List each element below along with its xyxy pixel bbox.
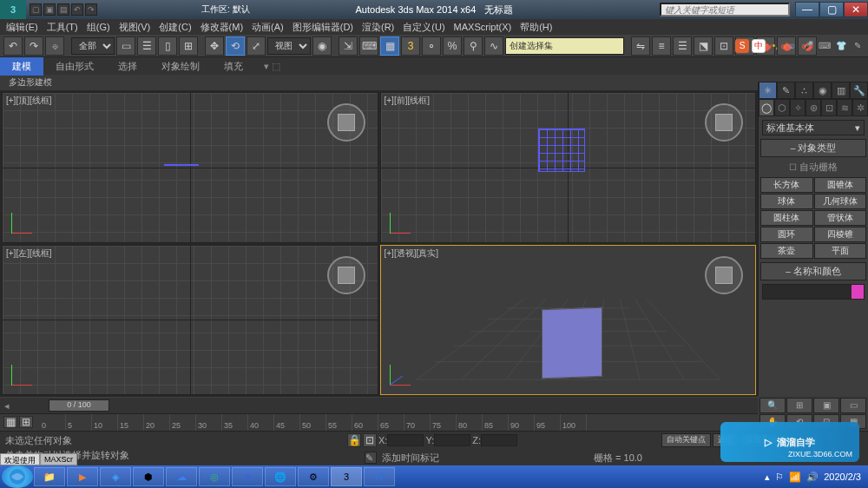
app-logo[interactable]: 3 bbox=[0, 0, 26, 19]
autokey-button[interactable]: 自动关键点 bbox=[661, 433, 711, 447]
teapot-button[interactable]: 茶壶 bbox=[760, 243, 813, 259]
trackbar-curves-icon[interactable]: ⊞ bbox=[19, 416, 33, 428]
menu-modifiers[interactable]: 修改器(M) bbox=[196, 21, 248, 34]
viewcube-perspective[interactable] bbox=[705, 256, 743, 294]
select-name-icon[interactable]: ☰ bbox=[137, 36, 156, 56]
ref-coord-system[interactable]: 视图 bbox=[267, 37, 311, 55]
hierarchy-tab-icon[interactable]: ⛬ bbox=[795, 82, 813, 99]
zoom-extents-icon[interactable]: ▣ bbox=[813, 398, 839, 413]
frame-tick[interactable]: 20 bbox=[144, 414, 170, 432]
frame-tick[interactable]: 85 bbox=[483, 414, 509, 432]
systems-category-icon[interactable]: ✲ bbox=[852, 99, 868, 116]
tray-expand-icon[interactable]: ▴ bbox=[765, 472, 770, 483]
welcome-tab[interactable]: 欢迎使用 bbox=[0, 453, 40, 465]
plane-object[interactable] bbox=[542, 307, 602, 378]
frame-tick[interactable]: 30 bbox=[196, 414, 222, 432]
track-bar[interactable]: ▦ ⊞ 051015202530354045505560657075808590… bbox=[0, 413, 758, 431]
viewport-front[interactable]: [+][前][线框] bbox=[380, 92, 757, 243]
rollout-object-type[interactable]: – 对象类型 bbox=[760, 139, 866, 157]
ime-skin-icon[interactable]: 👕 bbox=[834, 39, 848, 53]
menu-create[interactable]: 创建(C) bbox=[155, 21, 195, 34]
viewport-perspective[interactable]: [+][透视][真实] bbox=[380, 245, 757, 396]
tab-freeform[interactable]: 自由形式 bbox=[43, 57, 106, 76]
cameras-category-icon[interactable]: ⊛ bbox=[806, 99, 821, 116]
object-color-swatch[interactable] bbox=[852, 285, 864, 299]
ime-cn-icon[interactable]: 中 bbox=[752, 39, 766, 53]
qat-redo-icon[interactable]: ↷ bbox=[85, 3, 97, 16]
magnet-icon[interactable]: ⚲ bbox=[464, 36, 483, 56]
lock-selection-icon[interactable]: 🔒 bbox=[347, 433, 361, 447]
tray-volume-icon[interactable]: 🔊 bbox=[806, 472, 819, 483]
menu-customize[interactable]: 自定义(U) bbox=[398, 21, 449, 34]
menu-rendering[interactable]: 渲染(R) bbox=[358, 21, 398, 34]
qat-open-icon[interactable]: ▣ bbox=[43, 3, 56, 16]
ribbon-expand-icon[interactable]: ▾ ⬚ bbox=[264, 61, 280, 72]
task-app2[interactable]: ⬢ bbox=[133, 467, 164, 486]
plane-button[interactable]: 平面 bbox=[814, 243, 867, 259]
autogrid-checkbox[interactable]: ☐ 自动栅格 bbox=[759, 159, 868, 175]
rollout-name-color[interactable]: – 名称和颜色 bbox=[760, 262, 866, 280]
helpers-category-icon[interactable]: ⊡ bbox=[821, 99, 837, 116]
named-selection-set[interactable] bbox=[505, 37, 624, 55]
timeslider-left-icon[interactable]: ◂ bbox=[0, 400, 14, 412]
tray-date[interactable]: 2020/2/3 bbox=[824, 472, 861, 482]
redo-button[interactable]: ↷ bbox=[24, 36, 43, 56]
menu-help[interactable]: 帮助(H) bbox=[516, 21, 556, 34]
ime-emoji-icon[interactable]: ☺ bbox=[785, 39, 799, 53]
fov-icon[interactable]: ▭ bbox=[840, 398, 866, 413]
shapes-category-icon[interactable]: ⬡ bbox=[774, 99, 790, 116]
task-word[interactable]: W bbox=[364, 467, 395, 486]
pivot-center-icon[interactable]: ◉ bbox=[312, 36, 332, 56]
frame-tick[interactable]: 100 bbox=[561, 414, 587, 432]
frame-tick[interactable]: 90 bbox=[509, 414, 535, 432]
object-name-field[interactable] bbox=[763, 285, 852, 299]
system-tray[interactable]: ▴ ⚐ 📶 🔊 2020/2/3 bbox=[765, 472, 866, 483]
task-explorer[interactable]: 📁 bbox=[34, 467, 65, 486]
spinner-snap-icon[interactable]: % bbox=[443, 36, 462, 56]
task-app3[interactable]: ✈ bbox=[232, 467, 263, 486]
qat-undo-icon[interactable]: ↶ bbox=[71, 3, 83, 16]
ime-tool-icon[interactable]: ✎ bbox=[851, 39, 865, 53]
task-wmp[interactable]: ▶ bbox=[67, 467, 98, 486]
mirror-button[interactable]: ⇋ bbox=[631, 36, 650, 56]
display-tab-icon[interactable]: ▥ bbox=[832, 82, 850, 99]
frame-tick[interactable]: 50 bbox=[300, 414, 326, 432]
frame-tick[interactable]: 5 bbox=[66, 414, 92, 432]
angle-snap-icon[interactable]: 3 bbox=[401, 36, 420, 56]
frame-tick[interactable]: 65 bbox=[378, 414, 404, 432]
viewcube-top[interactable] bbox=[327, 103, 365, 142]
spacewarps-category-icon[interactable]: ≋ bbox=[837, 99, 852, 116]
menu-maxscript[interactable]: MAXScript(X) bbox=[450, 22, 516, 32]
help-search-input[interactable] bbox=[660, 3, 790, 16]
viewport-front-label[interactable]: [+][前][线框] bbox=[385, 95, 431, 107]
tube-button[interactable]: 管状体 bbox=[814, 210, 867, 226]
menu-edit[interactable]: 编辑(E) bbox=[2, 21, 43, 34]
frame-tick[interactable]: 0 bbox=[40, 414, 66, 432]
viewport-left[interactable]: [+][左][线框] bbox=[2, 245, 378, 396]
link-button[interactable]: ⟐ bbox=[45, 36, 64, 56]
ime-punct-icon[interactable]: •, bbox=[768, 39, 782, 53]
frame-tick[interactable]: 40 bbox=[248, 414, 274, 432]
task-app4[interactable]: ⚙ bbox=[298, 467, 329, 486]
frame-tick[interactable]: 80 bbox=[457, 414, 483, 432]
time-slider[interactable]: ◂ 0 / 100 bbox=[0, 398, 758, 413]
create-tab-icon[interactable]: ✳ bbox=[759, 82, 777, 99]
workspace-selector[interactable]: 工作区: 默认 bbox=[201, 3, 250, 16]
zoom-icon[interactable]: 🔍 bbox=[760, 398, 786, 413]
task-baidu[interactable]: ☁ bbox=[166, 467, 197, 486]
viewcube-front[interactable] bbox=[705, 103, 743, 142]
selection-filter[interactable]: 全部 bbox=[71, 37, 115, 55]
task-360[interactable]: ◎ bbox=[199, 467, 230, 486]
curve-editor-button[interactable]: ⬔ bbox=[694, 36, 713, 56]
viewport-top[interactable]: [+][顶][线框] bbox=[2, 92, 378, 243]
frame-tick[interactable]: 45 bbox=[274, 414, 300, 432]
y-coord-input[interactable] bbox=[434, 434, 470, 446]
add-time-tag[interactable]: 添加时间标记 bbox=[382, 452, 439, 465]
tab-selection[interactable]: 选择 bbox=[106, 57, 149, 76]
select-region-icon[interactable]: ▯ bbox=[158, 36, 177, 56]
cylinder-button[interactable]: 圆柱体 bbox=[760, 210, 813, 226]
isolate-selection-icon[interactable]: ⊡ bbox=[363, 433, 377, 447]
maximize-button[interactable]: ▢ bbox=[819, 2, 844, 17]
align-button[interactable]: ≡ bbox=[652, 36, 671, 56]
sogou-icon[interactable]: S bbox=[735, 39, 749, 53]
